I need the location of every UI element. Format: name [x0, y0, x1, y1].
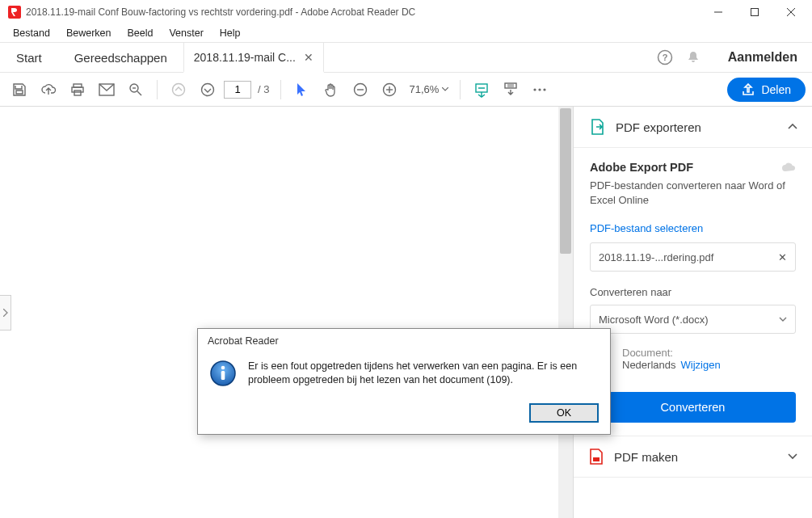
page-down-icon[interactable] — [195, 77, 221, 103]
fit-width-icon[interactable] — [469, 77, 494, 103]
tab-tools[interactable]: Gereedschappen — [58, 43, 183, 72]
menu-edit[interactable]: Bewerken — [58, 26, 120, 40]
svg-line-12 — [137, 91, 141, 95]
dialog-title: Acrobat Reader — [198, 329, 610, 352]
menu-file[interactable]: Bestand — [5, 26, 58, 40]
svg-point-25 — [534, 88, 536, 91]
svg-point-14 — [173, 83, 185, 95]
main: PDF exporteren Adobe Export PDF PDF-best… — [0, 107, 812, 518]
doclang-value: Nederlands — [622, 359, 676, 371]
dialog-message: Er is een fout opgetreden tijdens het ve… — [248, 360, 599, 387]
menu-view[interactable]: Beeld — [119, 26, 161, 40]
svg-rect-28 — [593, 457, 600, 461]
more-icon[interactable] — [527, 77, 553, 103]
menubar: Bestand Bewerken Beeld Venster Help — [0, 24, 812, 42]
save-icon[interactable] — [6, 77, 32, 103]
signin-button[interactable]: Aanmelden — [713, 43, 812, 72]
adobe-export-title: Adobe Export PDF — [590, 161, 796, 174]
svg-point-30 — [221, 366, 225, 370]
zoom-value[interactable]: 71,6% — [406, 83, 452, 95]
window-title: 2018.11.19-mail Conf Bouw-factoring vs r… — [26, 6, 700, 18]
right-panel: PDF exporteren Adobe Export PDF PDF-best… — [574, 107, 812, 518]
section-make-header[interactable]: PDF maken — [574, 436, 812, 478]
export-title: PDF exporteren — [616, 120, 778, 134]
titlebar: 2018.11.19-mail Conf Bouw-factoring vs r… — [0, 0, 812, 24]
app-icon — [8, 6, 21, 19]
chevron-up-icon — [788, 124, 797, 130]
search-icon[interactable] — [123, 77, 149, 103]
cloud-icon — [781, 162, 796, 173]
zoom-out-icon[interactable] — [347, 77, 373, 103]
share-button[interactable]: Delen — [727, 78, 806, 102]
cloud-upload-icon[interactable] — [36, 77, 61, 103]
convert-button[interactable]: Converteren — [590, 392, 796, 423]
svg-rect-9 — [74, 91, 81, 95]
share-label: Delen — [761, 83, 791, 96]
svg-rect-2 — [751, 9, 758, 16]
page-total: / 3 — [258, 83, 269, 95]
bell-icon[interactable] — [686, 50, 701, 65]
dialog-ok-button[interactable]: OK — [529, 403, 599, 423]
error-dialog: Acrobat Reader Er is een fout opgetreden… — [197, 328, 611, 435]
adobe-export-title-label: Adobe Export PDF — [590, 161, 693, 174]
page-display-icon[interactable] — [498, 77, 524, 103]
mail-icon[interactable] — [94, 77, 120, 103]
page-input[interactable] — [224, 81, 251, 99]
page-up-icon[interactable] — [166, 77, 191, 103]
info-icon — [209, 360, 237, 387]
document-language: Document: NederlandsWijzigen — [590, 347, 796, 371]
clear-file-icon[interactable]: ✕ — [778, 251, 787, 263]
scrollbar-thumb[interactable] — [560, 108, 571, 254]
svg-rect-8 — [72, 87, 83, 92]
zoom-in-icon[interactable] — [377, 77, 402, 103]
document-area — [0, 107, 574, 518]
minimize-button[interactable] — [700, 0, 736, 24]
file-chip[interactable]: 2018.11.19-...rdering.pdf ✕ — [590, 242, 796, 272]
hand-icon[interactable] — [318, 77, 344, 103]
tab-row: Start Gereedschappen 2018.11.19-mail C..… — [0, 42, 812, 73]
svg-text:?: ? — [662, 53, 667, 62]
svg-rect-31 — [221, 371, 225, 380]
section-export-header[interactable]: PDF exporteren — [574, 107, 812, 148]
convert-to-select[interactable]: Microsoft Word (*.docx) — [590, 305, 796, 334]
tab-document-label: 2018.11.19-mail C... — [194, 51, 296, 64]
maximize-button[interactable] — [736, 0, 772, 24]
close-button[interactable] — [772, 0, 809, 24]
tab-document[interactable]: 2018.11.19-mail C... ✕ — [183, 43, 324, 73]
zoom-value-label: 71,6% — [409, 83, 439, 95]
file-chip-label: 2018.11.19-...rdering.pdf — [599, 251, 713, 263]
tab-start[interactable]: Start — [0, 43, 58, 72]
svg-point-15 — [202, 83, 214, 95]
left-panel-handle[interactable] — [0, 295, 11, 331]
chevron-down-icon — [788, 453, 797, 460]
vertical-scrollbar[interactable] — [558, 107, 573, 518]
make-pdf-icon — [588, 448, 604, 465]
svg-point-27 — [544, 88, 546, 91]
adobe-export-desc: PDF-bestanden converteren naar Word of E… — [590, 179, 796, 208]
chevron-down-icon — [779, 317, 787, 322]
window-controls — [700, 0, 809, 24]
pointer-icon[interactable] — [289, 77, 315, 103]
doclang-label: Document: — [622, 347, 673, 359]
svg-rect-22 — [505, 83, 516, 88]
menu-window[interactable]: Venster — [161, 26, 211, 40]
document-page[interactable] — [0, 107, 558, 518]
doclang-change-link[interactable]: Wijzigen — [681, 359, 721, 371]
convert-to-value: Microsoft Word (*.docx) — [599, 314, 709, 326]
select-file-link[interactable]: PDF-bestand selecteren — [590, 222, 796, 234]
export-pdf-icon — [588, 118, 606, 136]
print-icon[interactable] — [65, 77, 90, 103]
convert-to-label: Converteren naar — [590, 286, 796, 298]
tab-close-icon[interactable]: ✕ — [304, 51, 313, 64]
help-icon[interactable]: ? — [657, 49, 673, 65]
toolbar: / 3 71,6% Delen — [0, 73, 812, 107]
svg-point-26 — [539, 88, 541, 91]
make-title: PDF maken — [614, 450, 778, 464]
menu-help[interactable]: Help — [212, 26, 249, 40]
